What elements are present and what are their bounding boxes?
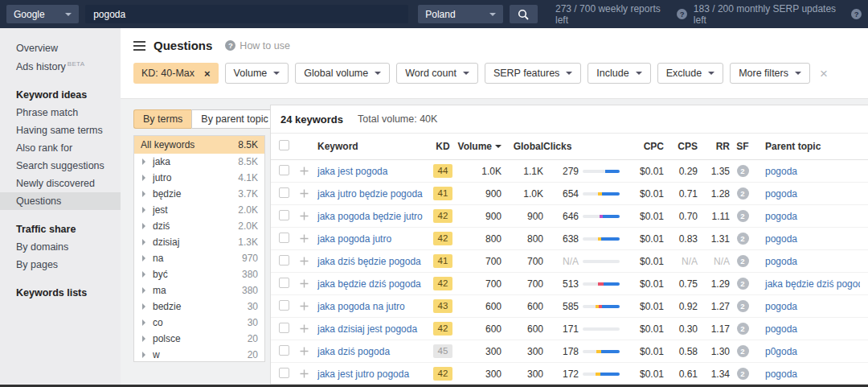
- term-item-ma[interactable]: ma380: [134, 282, 264, 298]
- table-summary: 24 keywords Total volume: 40K: [271, 105, 868, 134]
- row-checkbox[interactable]: [279, 187, 289, 198]
- term-item-dzi[interactable]: dziś2.0K: [134, 218, 264, 234]
- col-clicks[interactable]: Clicks: [543, 141, 579, 152]
- help-icon[interactable]: [851, 9, 862, 19]
- all-keywords-row[interactable]: All keywords8.5K: [134, 136, 264, 154]
- row-checkbox[interactable]: [279, 345, 289, 356]
- parent-topic-link[interactable]: p0goda: [765, 346, 797, 357]
- parent-topic-link[interactable]: pogoda: [765, 323, 797, 335]
- tab-by-parent-topic[interactable]: By parent topic: [191, 109, 277, 129]
- help-icon[interactable]: [677, 9, 687, 19]
- row-checkbox[interactable]: [279, 233, 289, 243]
- kd-filter-chip[interactable]: KD: 40-Max: [133, 63, 219, 84]
- sidebar-item-search-suggestions[interactable]: Search suggestions: [0, 157, 121, 175]
- clear-filters-icon[interactable]: [820, 67, 828, 80]
- parent-topic-link[interactable]: pogoda: [765, 188, 797, 200]
- row-checkbox[interactable]: [279, 300, 289, 311]
- term-item-by[interactable]: być380: [134, 266, 264, 282]
- filter-dropdown-global-volume[interactable]: Global volume: [295, 63, 390, 84]
- sidebar-item-having-same-terms[interactable]: Having same terms: [0, 121, 121, 139]
- add-to-list-icon[interactable]: [300, 167, 317, 175]
- add-to-list-icon[interactable]: [300, 257, 317, 266]
- filter-dropdown-more-filters[interactable]: More filters: [730, 63, 810, 84]
- how-to-use-link[interactable]: How to use: [225, 40, 290, 51]
- term-item-jest[interactable]: jest2.0K: [134, 202, 264, 218]
- keyword-link[interactable]: jaka pogoda na jutro: [317, 301, 428, 312]
- keyword-link[interactable]: jaka jest pogoda: [317, 166, 428, 177]
- sidebar-item-by-pages[interactable]: By pages: [0, 256, 121, 274]
- col-kd[interactable]: KD: [428, 141, 458, 152]
- filter-dropdown-exclude[interactable]: Exclude: [657, 63, 723, 84]
- add-to-list-icon[interactable]: [300, 324, 317, 333]
- search-engine-select[interactable]: Google: [6, 5, 79, 23]
- col-cps[interactable]: CPS: [664, 141, 698, 152]
- term-item-w[interactable]: w20: [134, 347, 264, 362]
- cpc-value: $0.01: [624, 166, 664, 177]
- sidebar-item-ads-history[interactable]: Ads historyBETA: [0, 57, 121, 76]
- row-checkbox[interactable]: [279, 165, 289, 175]
- add-to-list-icon[interactable]: [300, 279, 317, 288]
- sidebar-item-newly-discovered[interactable]: Newly discovered: [0, 175, 121, 192]
- term-item-b-dzie[interactable]: będzie3.7K: [134, 186, 264, 202]
- search-button[interactable]: [510, 5, 538, 23]
- col-rr[interactable]: RR: [698, 141, 730, 152]
- col-keyword[interactable]: Keyword: [317, 141, 428, 152]
- remove-filter-icon[interactable]: [204, 68, 211, 80]
- sidebar-item-also-rank-for[interactable]: Also rank for: [0, 139, 121, 157]
- term-item-na[interactable]: na970: [134, 250, 264, 266]
- add-to-list-icon[interactable]: [300, 189, 317, 198]
- col-parent-topic[interactable]: Parent topic: [755, 141, 860, 152]
- row-checkbox[interactable]: [279, 255, 289, 266]
- term-label: będzie: [153, 188, 238, 200]
- row-checkbox[interactable]: [279, 323, 289, 333]
- menu-icon[interactable]: [133, 41, 145, 51]
- parent-topic-link[interactable]: pogoda: [765, 256, 797, 267]
- col-volume[interactable]: Volume: [458, 141, 502, 152]
- keyword-link[interactable]: jaka pogoda jutro: [317, 233, 428, 245]
- col-global[interactable]: Global: [502, 141, 543, 152]
- add-to-list-icon[interactable]: [300, 302, 317, 311]
- filter-dropdown-word-count[interactable]: Word count: [396, 63, 478, 84]
- col-sf[interactable]: SF: [730, 141, 755, 152]
- term-item-dzisiaj[interactable]: dzisiaj1.3K: [134, 234, 264, 250]
- keyword-link[interactable]: jaka pogoda będzie jutro: [317, 211, 428, 222]
- parent-topic-link[interactable]: jaka będzie dziś pogoda: [765, 278, 860, 290]
- parent-topic-link[interactable]: pogoda: [765, 301, 797, 312]
- filter-dropdown-include[interactable]: Include: [588, 63, 650, 84]
- term-item-polsce[interactable]: polsce20: [134, 331, 264, 347]
- add-to-list-icon[interactable]: [300, 347, 317, 356]
- parent-topic-link[interactable]: pogoda: [765, 166, 797, 177]
- parent-topic-link[interactable]: pogoda: [765, 211, 797, 222]
- tab-by-terms[interactable]: By terms: [133, 109, 191, 129]
- parent-topic-link[interactable]: pogoda: [765, 368, 797, 380]
- row-checkbox[interactable]: [279, 210, 289, 220]
- add-to-list-icon[interactable]: [300, 234, 317, 243]
- sidebar-item-by-domains[interactable]: By domains: [0, 238, 121, 256]
- row-checkbox[interactable]: [279, 368, 289, 378]
- sidebar-item-phrase-match[interactable]: Phrase match: [0, 104, 121, 121]
- keyword-link[interactable]: jaka dzisiaj jest pogoda: [317, 323, 428, 335]
- country-select[interactable]: Poland: [418, 5, 503, 23]
- term-item-bedzie[interactable]: bedzie30: [134, 298, 264, 315]
- sidebar-item-questions[interactable]: Questions: [0, 192, 121, 210]
- term-item-co[interactable]: co30: [134, 315, 264, 331]
- filter-dropdown-label: Include: [596, 68, 628, 79]
- filter-dropdown-volume[interactable]: Volume: [225, 63, 289, 84]
- keyword-link[interactable]: jaka dziś pogoda: [317, 346, 428, 357]
- keyword-link[interactable]: jaka jest jutro pogoda: [317, 368, 428, 380]
- keyword-link[interactable]: jaka jutro będzie pogoda: [317, 188, 428, 200]
- select-all-checkbox[interactable]: [279, 140, 289, 150]
- keyword-link[interactable]: jaka dziś będzie pogoda: [317, 256, 428, 267]
- keyword-query-input[interactable]: [85, 5, 408, 23]
- term-item-jaka[interactable]: jaka8.5K: [134, 154, 264, 170]
- filter-dropdown-serp-features[interactable]: SERP features: [485, 63, 581, 84]
- row-checkbox[interactable]: [279, 278, 289, 288]
- sidebar-item-overview[interactable]: Overview: [0, 39, 121, 57]
- col-cpc[interactable]: CPC: [624, 141, 664, 152]
- term-item-jutro[interactable]: jutro4.1K: [134, 170, 264, 186]
- parent-topic-link[interactable]: pogoda: [765, 233, 797, 245]
- keyword-link[interactable]: jaka będzie dziś pogoda: [317, 278, 428, 290]
- add-to-list-icon[interactable]: [300, 212, 317, 220]
- add-to-list-icon[interactable]: [300, 369, 317, 378]
- sort-desc-icon: [495, 145, 502, 151]
